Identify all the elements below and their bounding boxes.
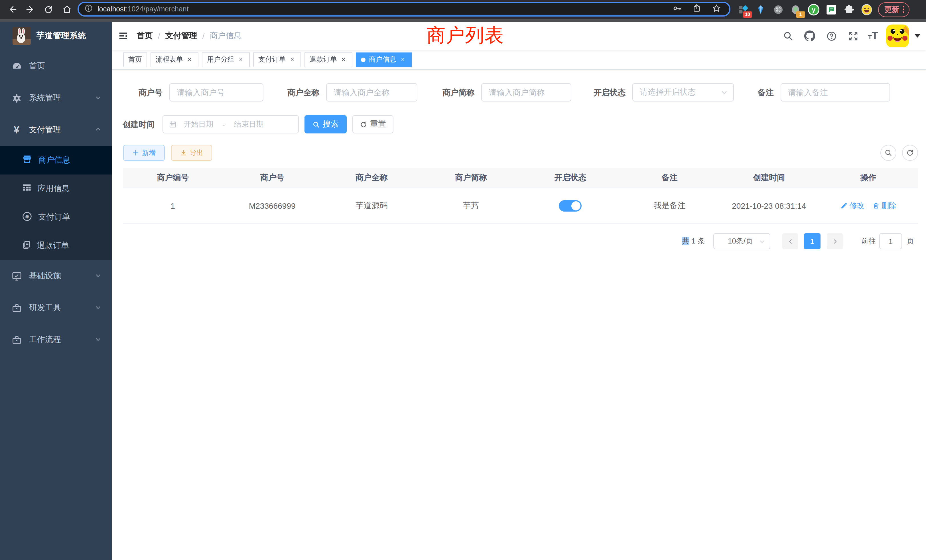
browser-forward-icon[interactable] (23, 2, 38, 17)
site-info-icon[interactable] (85, 4, 93, 15)
tab-label: 支付订单 (258, 55, 286, 64)
breadcrumb-separator: / (158, 31, 160, 41)
tab-refund-order[interactable]: 退款订单× (304, 52, 353, 67)
url-text: localhost:1024/pay/merchant (97, 5, 672, 13)
fullscreen-icon[interactable] (846, 29, 860, 43)
chevron-down-icon (95, 303, 101, 313)
sidebar-item-app-info[interactable]: 应用信息 (0, 174, 112, 203)
prev-page-button[interactable] (782, 233, 798, 249)
tab-close-icon[interactable]: × (186, 56, 193, 63)
tab-home[interactable]: 首页 (123, 52, 147, 67)
header-search-icon[interactable] (781, 29, 795, 43)
sidebar-item-label: 退款订单 (37, 241, 69, 251)
tab-close-icon[interactable]: × (340, 56, 347, 63)
date-range-picker[interactable]: 开始日期 - 结束日期 (162, 115, 299, 133)
col-merchant-index: 商户编号 (123, 168, 222, 188)
sidebar-item-label: 研发工具 (29, 303, 61, 313)
status-label: 开启状态 (578, 83, 625, 101)
sidebar-item-home[interactable]: 首页 (0, 50, 112, 82)
date-start-placeholder: 开始日期 (184, 119, 213, 129)
github-icon[interactable] (803, 29, 817, 43)
tags-view: 首页 流程表单× 用户分组× 支付订单× 退款订单× 商户信息× (112, 50, 926, 70)
download-icon (180, 150, 187, 156)
refresh-table-button[interactable] (902, 145, 918, 161)
merchant-table: 商户编号 商户号 商户全称 商户简称 开启状态 备注 创建时间 操作 1 M23… (123, 168, 918, 224)
page-size-select[interactable]: 10条/页 (713, 233, 770, 249)
share-icon[interactable] (692, 3, 701, 15)
extension-command-icon[interactable]: ⌘ (772, 3, 785, 16)
merchant-no-input[interactable] (169, 83, 263, 101)
yen-icon: ¥ (10, 123, 23, 137)
browser-back-icon[interactable] (5, 2, 20, 17)
sidebar-item-pay-order[interactable]: ¥ 支付订单 (0, 203, 112, 232)
pagination-total: 共 1 条 (682, 233, 705, 249)
status-select[interactable]: 请选择开启状态 (632, 83, 734, 101)
sidebar-item-merchant-info[interactable]: 商户信息 (0, 146, 112, 174)
extension-yuque-icon[interactable]: y (807, 3, 820, 16)
cell-merchant-index: 1 (123, 188, 222, 224)
sidebar-item-dev-tools[interactable]: 研发工具 (0, 292, 112, 324)
breadcrumb-home[interactable]: 首页 (137, 31, 153, 41)
avatar-caret-icon[interactable] (915, 34, 920, 38)
bookmark-star-icon[interactable] (712, 3, 721, 15)
browser-update-button[interactable]: 更新 (878, 2, 909, 17)
tab-pay-order[interactable]: 支付订单× (253, 52, 301, 67)
delete-link[interactable]: 删除 (872, 200, 896, 211)
tab-label: 流程表单 (156, 55, 183, 64)
font-size-icon[interactable]: TT (868, 30, 878, 42)
reset-button[interactable]: 重置 (353, 115, 393, 133)
remark-input[interactable] (781, 83, 890, 101)
tab-close-icon[interactable]: × (399, 56, 407, 63)
extension-chat-icon[interactable] (825, 3, 838, 16)
update-label: 更新 (884, 4, 899, 15)
sidebar-logo[interactable]: 芋道管理系统 (0, 22, 112, 50)
extension-tampermonkey-icon[interactable]: 10 (737, 3, 749, 16)
page-number-1[interactable]: 1 (804, 233, 820, 249)
sidebar-item-infrastructure[interactable]: 基础设施 (0, 260, 112, 292)
breadcrumb-payment[interactable]: 支付管理 (165, 31, 197, 41)
dashboard-icon (10, 59, 23, 73)
date-separator: - (222, 120, 225, 129)
tab-close-icon[interactable]: × (237, 56, 245, 63)
tab-label: 退款订单 (310, 55, 337, 64)
profile-emoji-avatar[interactable] (861, 3, 873, 16)
page-content: 商户号 商户全称 商户简称 开启状态 请选择开启状态 备注 创建时间 开始日期 … (112, 70, 926, 560)
edit-link[interactable]: 修改 (840, 200, 864, 211)
annotation-title: 商户列表 (427, 23, 504, 48)
goto-page-input[interactable] (879, 233, 902, 249)
search-button[interactable]: 搜索 (304, 115, 346, 133)
extension-recorder-icon[interactable]: 1 (790, 3, 802, 16)
sidebar-item-refund-order[interactable]: 退款订单 (0, 232, 112, 260)
export-button[interactable]: 导出 (171, 145, 212, 161)
page-unit-label: 页 (906, 233, 914, 249)
url-bar[interactable]: localhost:1024/pay/merchant (77, 2, 731, 17)
sidebar-fold-icon[interactable] (112, 22, 135, 50)
add-button[interactable]: 新增 (123, 145, 165, 161)
short-name-input[interactable] (481, 83, 571, 101)
extension-gem-icon[interactable] (754, 3, 767, 16)
next-page-button[interactable] (827, 233, 843, 249)
col-merchant-no: 商户号 (222, 168, 322, 188)
col-short-name: 商户简称 (421, 168, 521, 188)
show-search-toggle-button[interactable] (881, 145, 896, 161)
main-area: 首页 / 支付管理 / 商户信息 TT (112, 22, 926, 560)
sidebar-item-system[interactable]: 系统管理 (0, 82, 112, 114)
browser-reload-icon[interactable] (41, 2, 56, 17)
reset-button-label: 重置 (370, 119, 386, 129)
svg-text:¥: ¥ (26, 213, 29, 219)
tab-merchant-info[interactable]: 商户信息× (356, 52, 412, 67)
tab-close-icon[interactable]: × (289, 56, 296, 63)
sidebar-item-payment[interactable]: ¥ 支付管理 (0, 114, 112, 146)
status-toggle[interactable] (559, 200, 582, 211)
tab-process-form[interactable]: 流程表单× (151, 52, 198, 67)
browser-home-icon[interactable] (59, 2, 74, 17)
full-name-input[interactable] (326, 83, 418, 101)
export-button-label: 导出 (189, 148, 203, 158)
extensions-puzzle-icon[interactable] (843, 3, 855, 16)
sidebar-item-workflow[interactable]: 工作流程 (0, 324, 112, 356)
user-avatar[interactable] (886, 24, 909, 47)
tab-user-group[interactable]: 用户分组× (202, 52, 250, 67)
browser-menu-icon[interactable] (903, 6, 904, 13)
password-key-icon[interactable] (672, 3, 682, 15)
help-icon[interactable] (825, 29, 838, 43)
